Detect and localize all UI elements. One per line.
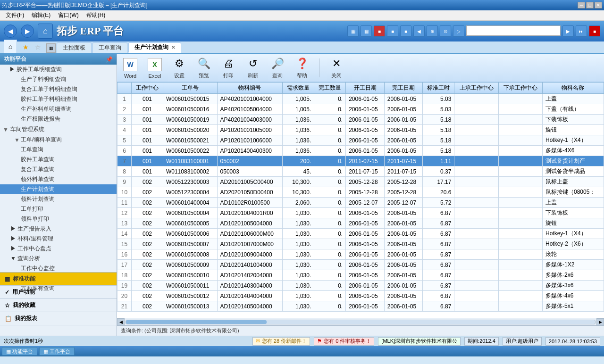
sidebar-group-material-mgmt[interactable]: ▶ 补料/退料管理: [0, 234, 117, 244]
taskbar-function-platform[interactable]: ▦ 功能平台: [2, 347, 37, 356]
sidebar-item-glue-query[interactable]: 胶件工单查询: [0, 155, 117, 165]
sidebar-group-checkin[interactable]: ▶ 工作中心盘点: [0, 244, 117, 254]
email-status[interactable]: ✉ 您有 28 份新邮件！: [252, 337, 310, 346]
icon-btn-2[interactable]: ▦: [361, 25, 372, 37]
tab-close-btn[interactable]: ✕: [171, 45, 175, 50]
menu-file[interactable]: 文件(F): [2, 10, 28, 20]
icon-btn-4[interactable]: ■: [387, 25, 398, 37]
settings-btn[interactable]: ⚙ 设置: [170, 55, 189, 80]
sidebar-item-workorder-print[interactable]: 工单打印: [0, 204, 117, 214]
excel-btn[interactable]: X Excel: [145, 56, 164, 80]
sidebar-header: 功能平台 📌: [0, 54, 117, 65]
sidebar-item-compound-query[interactable]: 复合工单查询: [0, 165, 117, 174]
star2-icon[interactable]: ☆: [32, 41, 43, 53]
h-scrollbar[interactable]: ◀ ▶: [117, 318, 604, 325]
table-row[interactable]: 4 001 W006010500020 AP10201001005000 1,0…: [117, 125, 604, 135]
sidebar-group-report[interactable]: ▶ 生产报告录入: [0, 224, 117, 234]
tab-production-plan[interactable]: 生产计划查询 ✕: [128, 42, 181, 53]
icon-btn-9[interactable]: ▷: [453, 25, 464, 37]
query-btn[interactable]: 🔎 查询: [268, 55, 287, 80]
table-row[interactable]: 7 001 W011083100001 050002 200. 0. 2011-…: [117, 156, 604, 166]
sidebar-item-material-plan[interactable]: 领料计划查询: [0, 194, 117, 204]
sidebar-group-workshop[interactable]: ▼ 车间管理系统: [0, 124, 117, 135]
tab-work-order[interactable]: 工单查询: [92, 42, 127, 53]
sidebar-group-analysis[interactable]: ▼ 查询分析: [0, 254, 117, 264]
tab-dashboard[interactable]: 主控面板: [57, 42, 92, 53]
sidebar-item-workorder-query[interactable]: 工单查询: [0, 145, 117, 155]
sidebar-item-production-plan[interactable]: 生产计划查询: [0, 184, 117, 194]
table-row[interactable]: 5 001 W006010500021 AP10201001006000 1,0…: [117, 135, 604, 146]
icon-btn-5[interactable]: ■: [400, 25, 411, 37]
audit-status[interactable]: ⚑ 您有 0 件审核事务！: [314, 337, 374, 346]
word-btn[interactable]: W Word: [121, 56, 140, 80]
sidebar-item-glue-sub[interactable]: 胶件工单子料明细查询: [0, 94, 117, 104]
sidebar-subgroup-workorder[interactable]: ▼ 工单/领料单查询: [0, 135, 117, 145]
table-row[interactable]: 10 002 W005122300004 AD20201050D00400 10…: [117, 187, 604, 198]
star-icon[interactable]: ★: [20, 41, 31, 53]
table-row[interactable]: 19 002 W006010500011 AD10201403004000 1,…: [117, 281, 604, 291]
home-nav-btn[interactable]: ⌂: [38, 24, 53, 39]
icon-btn-3[interactable]: ■: [374, 25, 385, 37]
back-btn[interactable]: ◀: [4, 25, 17, 38]
icon-btn-red[interactable]: ■: [589, 25, 600, 37]
period-status: 期间:2012.4: [464, 337, 499, 346]
sidebar-item-prod-sub[interactable]: 生产子料明细查询: [0, 74, 117, 84]
sidebar-bottom-user[interactable]: ✓ 用户功能: [0, 286, 117, 299]
table-row[interactable]: 11 002 W006010400004 AD10102R0100500 2,0…: [117, 198, 604, 208]
table-container[interactable]: 工作中心 工单号 物料编号 需求数量 完工数量 开工日期 完工日期 标准工时 上…: [117, 82, 604, 318]
table-row[interactable]: 13 002 W006010500005 AD10201005004000 1,…: [117, 218, 604, 229]
table-row[interactable]: 14 002 W006010500006 AD10201006000M00 1,…: [117, 229, 604, 239]
table-row[interactable]: 20 002 W006010500012 AD10201404004000 1,…: [117, 291, 604, 301]
h-scroll-thumb[interactable]: [126, 320, 267, 324]
sidebar-item-compound-detail[interactable]: 复合工单子料明细查询: [0, 84, 117, 94]
menu-window[interactable]: 窗口(W): [54, 10, 82, 20]
table-row[interactable]: 8 001 W011083100002 050003 45. 0. 2011-0…: [117, 166, 604, 177]
preview-btn[interactable]: 🔍 预览: [194, 55, 213, 80]
sidebar-item-external-material[interactable]: 领外料单查询: [0, 174, 117, 184]
icon-btn-8[interactable]: ⊙: [440, 25, 451, 37]
production-plan-table: 工作中心 工单号 物料编号 需求数量 完工数量 开工日期 完工日期 标准工时 上…: [117, 82, 604, 312]
table-row[interactable]: 9 002 W005122300003 AD20101005C00400 10,…: [117, 177, 604, 187]
table-row[interactable]: 21 002 W006010500013 AD10201405004000 1,…: [117, 301, 604, 312]
icon-btn-7[interactable]: ⊕: [427, 25, 438, 37]
maximize-btn[interactable]: □: [586, 2, 594, 8]
sidebar-item-supplement[interactable]: 生产补料单明细查询: [0, 104, 117, 114]
scroll-right-btn[interactable]: ▶: [596, 318, 604, 326]
menu-help[interactable]: 帮助(H): [83, 10, 109, 20]
print-btn[interactable]: 🖨 打印: [219, 55, 238, 80]
sidebar-pin-btn[interactable]: 📌: [106, 56, 113, 63]
sidebar-bottom-favorites[interactable]: ☆ 我的收藏: [0, 299, 117, 312]
sidebar-bottom-reports[interactable]: 📋 我的报表: [0, 312, 117, 325]
menu-edit[interactable]: 编辑(E): [28, 10, 54, 20]
taskbar-work-icon: ▦: [43, 348, 48, 355]
table-row[interactable]: 15 002 W006010500007 AD10201007000M00 1,…: [117, 239, 604, 249]
table-row[interactable]: 17 002 W006010500009 AD10201401004000 1,…: [117, 260, 604, 270]
scroll-left-btn[interactable]: ◀: [117, 318, 125, 326]
view-toggle-btn[interactable]: ▦: [46, 43, 56, 53]
minimize-btn[interactable]: ─: [578, 2, 585, 8]
search-box[interactable]: [466, 25, 561, 36]
close-btn[interactable]: ✕: [595, 2, 602, 8]
table-row[interactable]: 6 001 W006010500022 AP10201400400300 1,0…: [117, 146, 604, 156]
icon-btn-play[interactable]: ▶: [562, 25, 574, 37]
forward-btn[interactable]: ▶: [21, 25, 34, 38]
sidebar-bottom-standard[interactable]: ▦ 标准功能: [0, 273, 117, 286]
table-row[interactable]: 12 002 W006010500004 AD10201004001R00 1,…: [117, 208, 604, 218]
table-row[interactable]: 16 002 W006010500008 AD10201009004000 1,…: [117, 249, 604, 260]
table-row[interactable]: 18 002 W006010500010 AD10201402004000 1,…: [117, 270, 604, 281]
icon-btn-1[interactable]: ▦: [347, 25, 359, 37]
table-row[interactable]: 2 001 W006010500016 AP40201005004000 1,0…: [117, 104, 604, 115]
table-row[interactable]: 3 001 W006010500019 AP40201004003000 1,0…: [117, 115, 604, 125]
refresh-btn[interactable]: ↺ 刷新: [243, 55, 262, 80]
icon-btn-6[interactable]: ◀: [413, 25, 425, 37]
table-row[interactable]: 1 001 W006010500015 AP40201001004000 1,0…: [117, 94, 604, 104]
sidebar-item-material-print[interactable]: 领料单打印: [0, 214, 117, 224]
close-func-btn[interactable]: ✕ 关闭: [327, 55, 346, 80]
help-btn[interactable]: ❓ 帮助: [293, 55, 311, 80]
taskbar-work-platform[interactable]: ▦ 工作平台: [39, 347, 75, 356]
sidebar-item-permission[interactable]: 生产权限进报告: [0, 114, 117, 124]
icon-btn-next[interactable]: ⏭: [576, 25, 587, 37]
home-tab-icon[interactable]: ⌂: [4, 40, 17, 53]
sidebar-item-glue-detail[interactable]: ▶ 胶件工单明细查询: [0, 65, 117, 74]
h-scroll-track[interactable]: [126, 320, 596, 324]
